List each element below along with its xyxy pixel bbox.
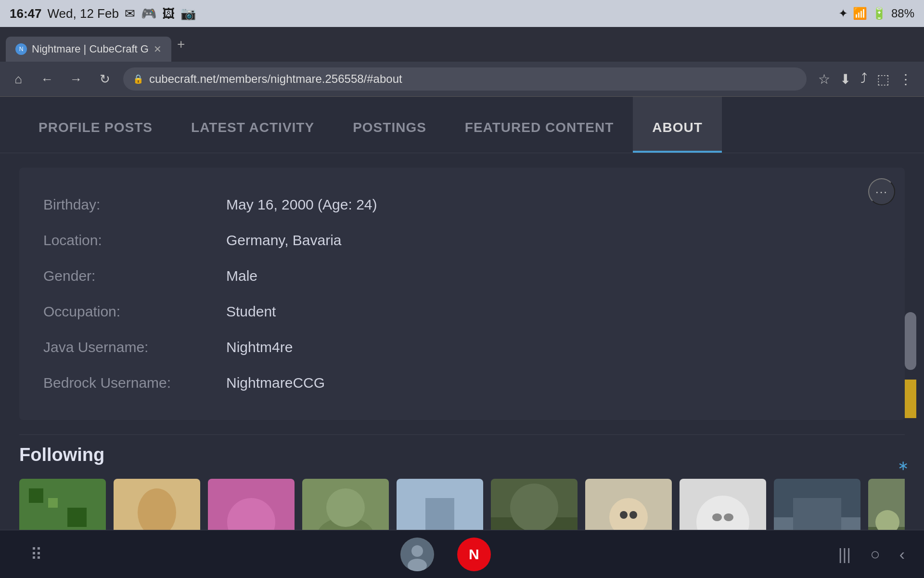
status-time: 16:47 — [10, 6, 42, 21]
svg-point-16 — [510, 484, 558, 532]
bottom-nav-center: N — [400, 538, 491, 571]
address-bar[interactable]: 🔒 cubecraft.net/members/nightmare.256558… — [123, 67, 807, 91]
main-content: PROFILE POSTS LATEST ACTIVITY POSTINGS F… — [0, 97, 924, 575]
camera-icon: 📷 — [180, 6, 196, 21]
about-row-location: Location: Germany, Bavaria — [43, 223, 881, 258]
svg-point-24 — [724, 513, 733, 521]
active-tab[interactable]: N Nightmare | CubeCraft G ✕ — [6, 37, 171, 62]
new-tab-button[interactable]: + — [171, 37, 191, 52]
browser-chrome: N Nightmare | CubeCraft G ✕ + ⌂ ← → ↻ 🔒 … — [0, 27, 924, 97]
nav-back-button[interactable]: ← — [37, 68, 58, 90]
bottom-nav-right: ||| ○ ‹ — [838, 545, 905, 564]
recent-apps-icon[interactable]: ||| — [838, 545, 851, 564]
tab-about[interactable]: ABOUT — [633, 97, 722, 153]
svg-point-11 — [326, 488, 365, 527]
status-bar: 16:47 Wed, 12 Feb ✉ 🎮 🖼 📷 ✦ 📶 🔋 88% — [0, 0, 924, 27]
tab-featured-content[interactable]: FEATURED CONTENT — [446, 97, 633, 153]
bluetooth-status-icon: ✦ — [838, 7, 848, 20]
lock-icon: 🔒 — [133, 74, 143, 84]
tab-profile-posts[interactable]: PROFILE POSTS — [19, 97, 172, 153]
svg-point-20 — [629, 511, 637, 519]
back-icon[interactable]: ‹ — [899, 545, 905, 564]
apps-grid-icon: ⠿ — [30, 545, 42, 564]
about-row-birthday: Birthday: May 16, 2000 (Age: 24) — [43, 187, 881, 223]
nav-tabs: PROFILE POSTS LATEST ACTIVITY POSTINGS F… — [0, 97, 924, 153]
status-date: Wed, 12 Feb — [48, 6, 119, 21]
svg-rect-27 — [793, 498, 841, 532]
home-icon[interactable]: ○ — [870, 545, 880, 564]
mail-icon: ✉ — [125, 6, 135, 21]
nav-refresh-button[interactable]: ↻ — [94, 68, 116, 90]
scrollbar-thumb[interactable] — [905, 312, 916, 370]
bluetooth-icon: ∗ — [898, 458, 909, 473]
bluetooth-button[interactable]: ∗ — [889, 452, 916, 479]
birthday-value: May 16, 2000 (Age: 24) — [226, 197, 377, 213]
more-options-button[interactable]: ··· — [868, 178, 895, 205]
gender-label: Gender: — [43, 268, 226, 284]
svg-rect-3 — [67, 508, 87, 527]
share-icon[interactable]: ⤴ — [860, 71, 867, 87]
toolbar-icons: ☆ ⬇ ⤴ ⬚ ⋮ — [814, 71, 916, 87]
svg-point-19 — [620, 511, 628, 519]
about-row-gender: Gender: Male — [43, 258, 881, 294]
battery-icon: 🔋 — [872, 7, 886, 20]
about-section: Birthday: May 16, 2000 (Age: 24) Locatio… — [19, 168, 905, 420]
url-text: cubecraft.net/members/nightmare.256558/#… — [149, 72, 797, 86]
tab-latest-activity[interactable]: LATEST ACTIVITY — [172, 97, 334, 153]
apps-grid-button[interactable]: ⠿ — [19, 538, 53, 571]
tab-bar: N Nightmare | CubeCraft G ✕ + — [0, 27, 924, 62]
svg-rect-2 — [48, 498, 58, 508]
svg-rect-1 — [29, 488, 43, 503]
nav-home-button[interactable]: ⌂ — [8, 68, 29, 90]
battery-percentage: 88% — [891, 7, 914, 20]
gender-value: Male — [226, 268, 257, 284]
tab-title: Nightmare | CubeCraft G — [32, 43, 149, 55]
java-username-label: Java Username: — [43, 339, 226, 355]
about-row-java: Java Username: Nightm4re — [43, 329, 881, 365]
tab-count-icon[interactable]: ⬚ — [877, 71, 889, 87]
wifi-icon: 📶 — [853, 7, 867, 20]
user-avatar-button[interactable] — [400, 538, 434, 571]
following-title: Following — [19, 445, 905, 465]
about-row-occupation: Occupation: Student — [43, 294, 881, 329]
tab-favicon: N — [15, 43, 27, 55]
birthday-label: Birthday: — [43, 197, 226, 213]
occupation-label: Occupation: — [43, 303, 226, 320]
bookmark-icon[interactable]: ☆ — [818, 71, 830, 87]
bedrock-username-label: Bedrock Username: — [43, 375, 226, 391]
occupation-value: Student — [226, 303, 276, 320]
menu-icon[interactable]: ⋮ — [899, 71, 912, 87]
gallery-icon: 🖼 — [162, 6, 175, 21]
svg-point-35 — [411, 545, 423, 557]
svg-point-23 — [712, 513, 722, 521]
java-username-value: Nightm4re — [226, 339, 293, 355]
bedrock-username-value: NightmareCCG — [226, 375, 325, 391]
download-icon[interactable]: ⬇ — [840, 71, 851, 87]
about-row-bedrock: Bedrock Username: NightmareCCG — [43, 365, 881, 401]
minecraft-icon: 🎮 — [141, 6, 156, 21]
bottom-navigation: ⠿ N ||| ○ ‹ — [0, 530, 924, 578]
location-value: Germany, Bavaria — [226, 232, 342, 249]
nav-forward-button[interactable]: → — [65, 68, 87, 90]
tab-close-button[interactable]: ✕ — [154, 43, 162, 55]
scrollbar-gold-marker — [905, 380, 916, 418]
netflix-button[interactable]: N — [457, 538, 491, 571]
location-label: Location: — [43, 232, 226, 249]
tab-postings[interactable]: POSTINGS — [334, 97, 446, 153]
address-bar-row: ⌂ ← → ↻ 🔒 cubecraft.net/members/nightmar… — [0, 62, 924, 96]
svg-point-5 — [138, 488, 176, 537]
